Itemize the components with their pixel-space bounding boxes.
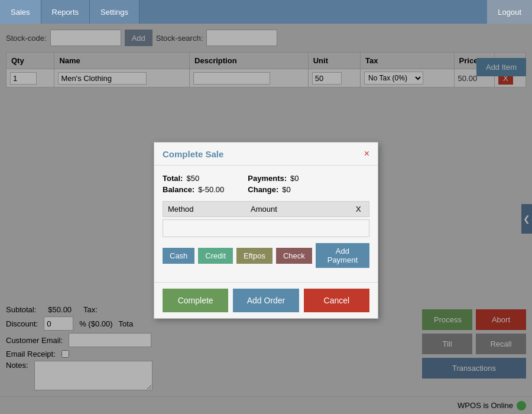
balance-value: $-50.00 (198, 185, 224, 194)
cash-button[interactable]: Cash (163, 248, 194, 264)
payment-buttons: Cash Credit Eftpos Check Add Payment (163, 243, 369, 268)
add-order-button[interactable]: Add Order (233, 289, 299, 312)
balance-row: Balance: $-50.00 (163, 185, 224, 194)
nav-tab-sales[interactable]: Sales (0, 0, 41, 24)
check-button[interactable]: Check (276, 248, 312, 264)
total-value: $50 (186, 174, 199, 183)
modal-body: Total: $50 Balance: $-50.00 Payments: $0… (154, 166, 378, 282)
logout-button[interactable]: Logout (487, 0, 532, 24)
complete-button[interactable]: Complete (163, 289, 228, 312)
info-col-left: Total: $50 Balance: $-50.00 (163, 174, 224, 194)
nav-tab-reports[interactable]: Reports (41, 0, 90, 24)
change-label: Change: (248, 185, 278, 194)
payment-table-header: Method Amount X (163, 201, 369, 217)
modal-header: Complete Sale × (154, 143, 378, 166)
nav-tab-settings[interactable]: Settings (90, 0, 140, 24)
payments-label: Payments: (248, 174, 287, 183)
complete-sale-modal: Complete Sale × Total: $50 Balance: $-50… (154, 142, 378, 319)
balance-label: Balance: (163, 185, 194, 194)
modal-close-button[interactable]: × (364, 148, 369, 159)
cancel-button[interactable]: Cancel (304, 289, 369, 312)
payments-row: Payments: $0 (248, 174, 299, 183)
credit-button[interactable]: Credit (198, 248, 233, 264)
total-label: Total: (163, 174, 183, 183)
payment-method-header: Method (163, 202, 246, 216)
main-area: Stock-code: Add Stock-search: Qty Name D… (0, 24, 532, 414)
payment-rows (163, 219, 369, 237)
payments-value: $0 (290, 174, 299, 183)
total-row: Total: $50 (163, 174, 224, 183)
modal-title: Complete Sale (163, 149, 223, 159)
payment-x-header: X (351, 202, 369, 216)
change-row: Change: $0 (248, 185, 299, 194)
add-payment-button[interactable]: Add Payment (316, 243, 369, 268)
modal-info: Total: $50 Balance: $-50.00 Payments: $0… (163, 174, 369, 194)
payment-amount-header: Amount (246, 202, 351, 216)
modal-footer: Complete Add Order Cancel (154, 282, 378, 318)
change-value: $0 (282, 185, 290, 194)
top-nav: Sales Reports Settings Logout (0, 0, 532, 24)
eftpos-button[interactable]: Eftpos (236, 248, 273, 264)
info-col-right: Payments: $0 Change: $0 (248, 174, 299, 194)
